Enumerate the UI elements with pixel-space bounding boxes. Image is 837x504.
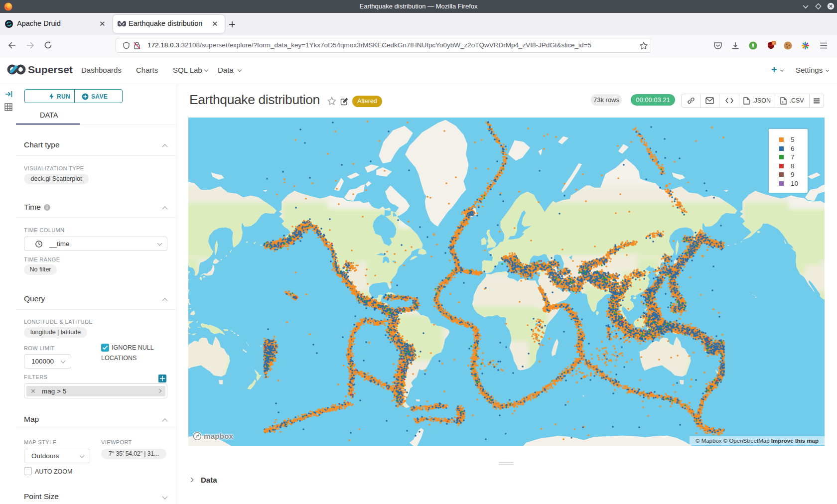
svg-text:2: 2 <box>773 41 775 45</box>
svg-text:x: x <box>782 100 784 104</box>
